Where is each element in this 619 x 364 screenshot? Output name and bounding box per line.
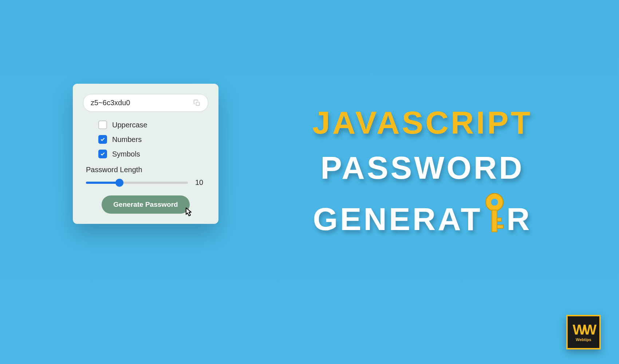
symbols-checkbox[interactable] bbox=[98, 150, 107, 158]
svg-rect-3 bbox=[492, 210, 497, 232]
numbers-label: Numbers bbox=[112, 135, 142, 144]
webtips-logo: WW Webtips bbox=[566, 315, 601, 349]
hero-title: JAVASCRIPT PASSWORD GENERAT R bbox=[262, 102, 583, 250]
password-value: z5~6c3xdu0 bbox=[91, 99, 193, 107]
options-group: Uppercase Numbers Symbols bbox=[83, 120, 208, 158]
svg-rect-5 bbox=[497, 225, 503, 229]
slider-fill bbox=[86, 182, 119, 184]
title-line-3-part2: R bbox=[506, 198, 532, 240]
generate-button-label: Generate Password bbox=[113, 201, 178, 208]
svg-rect-0 bbox=[196, 102, 200, 105]
password-output-field: z5~6c3xdu0 bbox=[83, 94, 208, 112]
svg-rect-4 bbox=[497, 218, 501, 221]
length-value: 10 bbox=[195, 178, 205, 187]
key-icon bbox=[480, 193, 509, 246]
title-line-1: JAVASCRIPT bbox=[262, 102, 583, 143]
password-generator-card: z5~6c3xdu0 Uppercase Numbers bbox=[73, 84, 218, 224]
slider-row: 10 bbox=[86, 178, 205, 187]
slider-thumb[interactable] bbox=[115, 179, 123, 187]
uppercase-label: Uppercase bbox=[112, 121, 147, 129]
title-line-2: PASSWORD bbox=[262, 147, 583, 189]
uppercase-checkbox[interactable] bbox=[98, 120, 107, 129]
title-line-3-part1: GENERAT bbox=[313, 198, 482, 240]
generate-button[interactable]: Generate Password bbox=[102, 195, 189, 214]
copy-icon[interactable] bbox=[193, 99, 201, 107]
length-slider[interactable] bbox=[86, 182, 188, 184]
symbols-option: Symbols bbox=[98, 150, 208, 158]
numbers-option: Numbers bbox=[98, 135, 208, 144]
length-section: Password Length 10 bbox=[83, 166, 208, 187]
symbols-label: Symbols bbox=[112, 150, 140, 158]
cursor-pointer-icon bbox=[182, 205, 196, 219]
numbers-checkbox[interactable] bbox=[98, 135, 107, 144]
title-line-3: GENERAT R bbox=[262, 193, 583, 246]
length-label: Password Length bbox=[86, 166, 205, 174]
logo-text: Webtips bbox=[576, 337, 591, 342]
uppercase-option: Uppercase bbox=[98, 120, 208, 129]
logo-mark: WW bbox=[573, 323, 595, 337]
svg-point-2 bbox=[491, 199, 498, 206]
